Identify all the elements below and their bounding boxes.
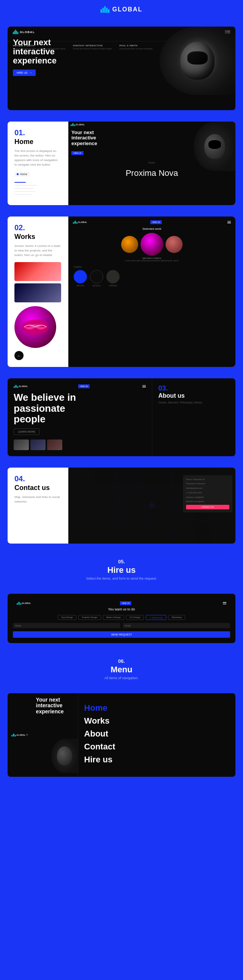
mini-hamburger-03[interactable]	[142, 385, 146, 387]
works-img-2	[14, 283, 61, 302]
hmlb3	[19, 602, 19, 605]
wmlb2	[74, 221, 75, 224]
amlb5	[17, 386, 18, 388]
hmlb2	[18, 603, 19, 605]
section-01-desc: The first screen is displayed on the scr…	[14, 149, 61, 167]
tag-motion-design[interactable]: Motion Design	[103, 615, 124, 620]
menu-item-hireus[interactable]: Hire us	[84, 755, 132, 765]
section-02-title: Works	[14, 233, 61, 241]
mini-logo-bars-02	[73, 221, 78, 224]
ilb4	[16, 31, 17, 34]
tag-app-design[interactable]: App Design	[58, 615, 76, 620]
section-01-title: Home	[14, 138, 61, 146]
section-03-card: GLOBAL HIRE US We believe in passionate …	[8, 378, 235, 456]
section-04-number: 04.	[14, 474, 61, 483]
mini-logo-05: GLOBAL	[17, 602, 31, 605]
screen-dot	[17, 173, 19, 175]
menu-item-about[interactable]: About	[84, 729, 132, 739]
about-headline: We believe in passionate people	[14, 392, 90, 425]
mini-hire-badge-05[interactable]: HIRE US	[120, 601, 131, 605]
menlb1	[11, 735, 12, 737]
swatch-label-3: #2B2B28	[106, 285, 120, 287]
wmlb4	[76, 221, 77, 224]
menu-preview-left: Your next interactive experience	[32, 693, 78, 777]
mini-brand-05: GLOBAL	[22, 602, 31, 605]
works-mini-nav: GLOBAL HIRE US	[71, 220, 232, 225]
contact-info-2: Firstname Lastname	[186, 482, 229, 485]
section-06-card: GLOBAL ✕ Your next interactive experienc…	[8, 693, 235, 777]
mini-hero-title-01: Your next interactive experience	[68, 127, 114, 148]
menu-close-icon[interactable]: ✕	[26, 733, 29, 737]
email-input[interactable]	[122, 623, 230, 628]
learn-more-button[interactable]: LEARN MORE	[14, 428, 40, 435]
sidebar-line-4	[14, 191, 35, 192]
menu-nav: GLOBAL ✕	[8, 693, 32, 777]
mini-brand-01: GLOBAL	[76, 123, 85, 126]
sidebar-lines	[14, 182, 61, 195]
mini-visor-01	[208, 140, 221, 149]
section-02-left: 02. Works Screen 'works' it consist of a…	[8, 216, 68, 367]
mini-hire-btn-01[interactable]: HIRE US	[71, 151, 84, 155]
tag-graphic-design[interactable]: Graphic Design	[78, 615, 101, 620]
selected-work-title: Selected work	[71, 227, 232, 231]
mini-hire-badge-02[interactable]: HIRE US	[150, 220, 162, 224]
tag-marketing[interactable]: Marketing	[168, 615, 185, 620]
svg-point-1	[30, 325, 41, 328]
amlb3	[16, 385, 16, 388]
work-circle-2[interactable]	[140, 233, 163, 256]
color-swatches: #0F33F9 #0C0C0C #2B2B28	[71, 270, 232, 287]
tag-ux-design[interactable]: UX Design	[126, 615, 144, 620]
menu-item-works[interactable]: Works	[84, 716, 132, 726]
hero-title: Your next interactive experience	[13, 38, 81, 66]
screen-label: Home	[14, 172, 30, 177]
logo-icon	[101, 6, 110, 13]
stat-item-3: PAUL S SMITH Lorem ipsum dolor sit amet …	[119, 45, 152, 50]
inner-logo-text: GLOBAL	[20, 30, 35, 34]
hire-us-label: HIRE US	[17, 72, 27, 74]
nav-arrow-left[interactable]: ←	[14, 351, 24, 360]
logo-bar-3	[105, 6, 106, 13]
section-04-left: 04. Contact us Map, nickname and links t…	[8, 468, 68, 544]
menu-mini-astronaut	[51, 739, 78, 773]
mini-hamburger-05[interactable]	[223, 602, 226, 605]
mlb5	[75, 124, 75, 126]
section-02-desc: Screen 'works' it consist of a slider to…	[14, 244, 61, 258]
section-04-title: Contact us	[14, 484, 61, 492]
mini-brand-02: GLOBAL	[78, 221, 87, 223]
hire-us-button[interactable]: HIRE US →	[13, 70, 36, 76]
mini-hamburger-02[interactable]	[227, 221, 231, 223]
section-04-card: 04. Contact us Map, nickname and links t…	[8, 468, 235, 544]
section-03-right: 03. About us Career, Skincare, Philosoph…	[152, 378, 235, 456]
section-02-card: 02. Works Screen 'works' it consist of a…	[8, 216, 235, 367]
section-03-title: About us	[158, 392, 229, 399]
send-request-button[interactable]: SEND REQUEST	[13, 631, 230, 638]
work-circle-1[interactable]	[121, 236, 138, 253]
section-04-desc: Map, nickname and links to social networ…	[14, 495, 61, 504]
menu-item-contact[interactable]: Contact	[84, 742, 132, 752]
work-desc: Lorem ipsum dolor adipiscing consectetur…	[71, 259, 232, 262]
contact-info-6: dribbble.com/global	[186, 500, 229, 503]
ilb2	[14, 31, 15, 34]
tag-webdesign[interactable]: Webdesign	[146, 615, 167, 620]
menu-item-home[interactable]: Home	[84, 703, 132, 713]
hmlb5	[21, 603, 21, 605]
amh-line-1	[142, 385, 146, 385]
wmh-line-2	[227, 222, 231, 223]
work-circle-3[interactable]	[165, 236, 183, 253]
section-05-name-label: Hire us	[8, 565, 235, 575]
name-input[interactable]	[13, 623, 121, 628]
mini-logo-03: GLOBAL	[14, 385, 28, 388]
mini-hire-badge-03[interactable]: HIRE US	[78, 384, 90, 388]
mlb2	[72, 124, 73, 126]
swatch-3	[106, 270, 120, 283]
menu-mini-hero-title: Your next interactive experience	[36, 697, 74, 714]
stat-name-3: PAUL S SMITH	[119, 45, 152, 47]
about-thumb-1	[14, 439, 29, 450]
section-05-sub-label: Select the items, and form to send the r…	[8, 577, 235, 581]
mini-logo-bars-06	[11, 733, 16, 737]
contact-button[interactable]: CONTACT US	[186, 505, 229, 509]
amh-line-2	[142, 386, 146, 387]
section-06-number-label: 06.	[8, 658, 235, 664]
menu-items: Home Works About Contact Hire us	[84, 703, 132, 765]
about-thumb-3	[47, 439, 62, 450]
